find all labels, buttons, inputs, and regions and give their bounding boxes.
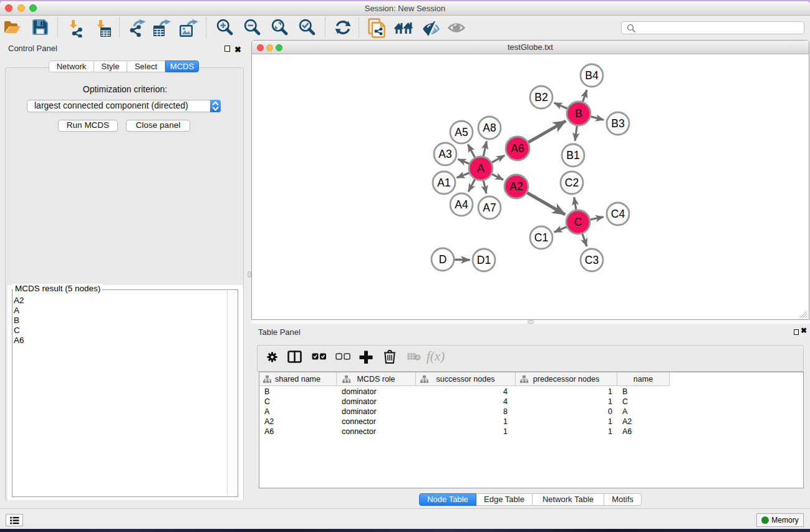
svg-text:A6: A6 xyxy=(511,142,524,155)
svg-text:A2: A2 xyxy=(509,180,523,193)
svg-text:D: D xyxy=(439,253,447,266)
svg-text:A: A xyxy=(477,162,485,175)
svg-text:A7: A7 xyxy=(483,201,496,214)
svg-text:C3: C3 xyxy=(585,254,599,266)
svg-text:C1: C1 xyxy=(534,231,548,244)
svg-text:A8: A8 xyxy=(483,122,496,134)
svg-text:A3: A3 xyxy=(438,148,451,160)
svg-text:D1: D1 xyxy=(477,254,491,266)
svg-text:B3: B3 xyxy=(611,117,624,130)
svg-text:B: B xyxy=(575,107,582,120)
svg-text:C4: C4 xyxy=(611,208,625,220)
svg-text:C2: C2 xyxy=(565,177,579,189)
svg-text:A1: A1 xyxy=(437,177,450,189)
svg-text:B2: B2 xyxy=(534,91,547,104)
svg-text:B1: B1 xyxy=(566,149,579,162)
svg-text:A4: A4 xyxy=(455,198,468,211)
svg-text:C: C xyxy=(574,216,582,228)
svg-text:A5: A5 xyxy=(455,126,468,138)
svg-text:B4: B4 xyxy=(585,69,599,82)
